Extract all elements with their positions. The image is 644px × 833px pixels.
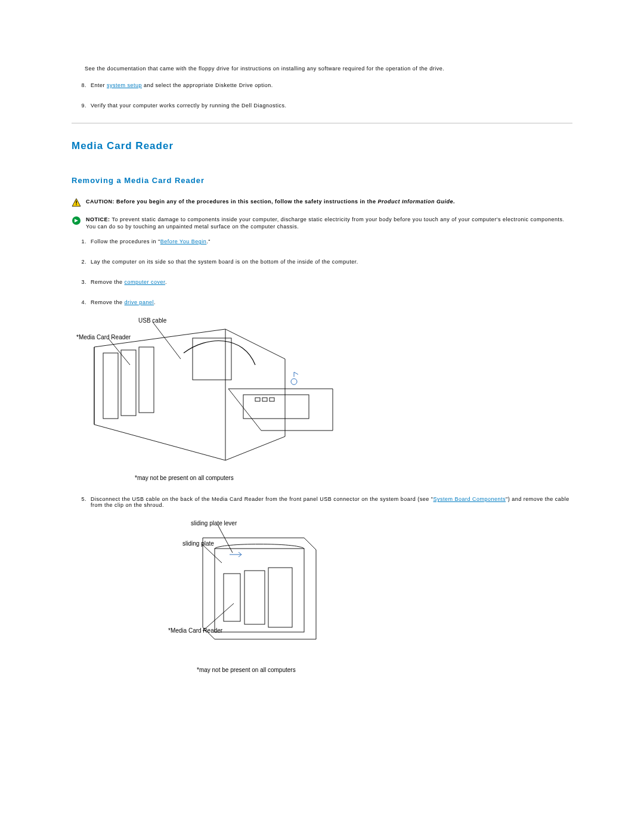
- svg-rect-6: [139, 347, 154, 413]
- label-footnote-1: *may not be present on all computers: [135, 475, 234, 481]
- before-you-begin-link[interactable]: Before You Begin: [160, 239, 207, 244]
- proc-step-3-a: Remove the: [91, 279, 125, 285]
- label-media-card-reader-1: *Media Card Reader: [76, 334, 131, 340]
- caution-text: CAUTION: Before you begin any of the pro…: [86, 198, 455, 205]
- label-usb-cable: USB cable: [138, 317, 166, 324]
- proc-step-4: Remove the drive panel.: [88, 299, 572, 305]
- system-board-components-link[interactable]: System Board Components: [433, 496, 506, 502]
- sub-heading-removing: Removing a Media Card Reader: [72, 176, 572, 185]
- caution-label: CAUTION:: [86, 199, 116, 205]
- caution-italic: Product Information Guide: [378, 199, 454, 205]
- svg-rect-15: [215, 549, 304, 632]
- svg-rect-4: [103, 353, 118, 419]
- proc-step-3-b: .: [165, 279, 167, 285]
- svg-line-13: [153, 322, 181, 359]
- proc-step-5: Disconnect the USB cable on the back of …: [88, 496, 572, 508]
- svg-rect-2: [76, 205, 76, 205]
- svg-rect-18: [268, 568, 292, 627]
- proc-step-1: Follow the procedures in "Before You Beg…: [88, 239, 572, 244]
- diagram-sliding-plate: sliding plate lever sliding plate *Media…: [125, 520, 328, 675]
- step-8-text-b: and select the appropriate Diskette Driv…: [142, 82, 273, 88]
- svg-rect-17: [244, 571, 265, 624]
- procedure-steps-list-2: Disconnect the USB cable on the back of …: [72, 496, 572, 508]
- svg-rect-9: [255, 398, 260, 401]
- top-steps-list: Enter system setup and select the approp…: [72, 82, 572, 109]
- diagram-media-card-reader-open: USB cable *Media Card Reader *may not be…: [76, 317, 339, 484]
- caution-body-a: Before you begin any of the procedures i…: [116, 199, 378, 205]
- intro-text: See the documentation that came with the…: [85, 66, 572, 72]
- notice-callout: NOTICE: To prevent static damage to comp…: [72, 216, 572, 230]
- system-setup-link[interactable]: system setup: [107, 82, 142, 88]
- caution-callout: CAUTION: Before you begin any of the pro…: [72, 198, 572, 208]
- label-sliding-plate-lever: sliding plate lever: [191, 520, 237, 527]
- label-footnote-2: *may not be present on all computers: [197, 667, 296, 673]
- proc-step-4-b: .: [154, 299, 156, 305]
- step-8-text-a: Enter: [91, 82, 107, 88]
- notice-icon: [72, 216, 81, 225]
- svg-rect-1: [76, 201, 76, 204]
- svg-rect-10: [262, 398, 267, 401]
- diagram-1-svg: [76, 317, 339, 472]
- step-9: Verify that your computer works correctl…: [88, 103, 572, 109]
- proc-step-1-b: .": [206, 239, 210, 244]
- procedure-steps-list: Follow the procedures in "Before You Beg…: [72, 239, 572, 305]
- notice-label: NOTICE:: [86, 216, 112, 222]
- computer-cover-link[interactable]: computer cover: [125, 279, 166, 285]
- proc-step-4-a: Remove the: [91, 299, 125, 305]
- section-divider: [72, 123, 572, 123]
- svg-rect-5: [121, 350, 136, 416]
- caution-icon: [72, 198, 81, 208]
- svg-rect-16: [224, 574, 240, 621]
- label-media-card-reader-2: *Media Card Reader: [168, 627, 222, 634]
- caution-body-b: .: [453, 199, 455, 205]
- notice-text: NOTICE: To prevent static damage to comp…: [86, 216, 572, 230]
- proc-step-1-a: Follow the procedures in ": [91, 239, 160, 244]
- proc-step-5-a: Disconnect the USB cable on the back of …: [91, 496, 433, 502]
- svg-point-12: [291, 379, 297, 385]
- diagram-2-svg: [125, 520, 328, 663]
- svg-rect-11: [270, 398, 274, 401]
- label-sliding-plate: sliding plate: [182, 540, 214, 547]
- proc-step-3: Remove the computer cover.: [88, 279, 572, 285]
- svg-rect-8: [243, 395, 309, 419]
- proc-step-2: Lay the computer on its side so that the…: [88, 259, 572, 265]
- section-heading-media-card-reader: Media Card Reader: [72, 140, 572, 152]
- step-8: Enter system setup and select the approp…: [88, 82, 572, 88]
- notice-body: To prevent static damage to components i…: [86, 216, 565, 230]
- drive-panel-link[interactable]: drive panel: [125, 299, 154, 305]
